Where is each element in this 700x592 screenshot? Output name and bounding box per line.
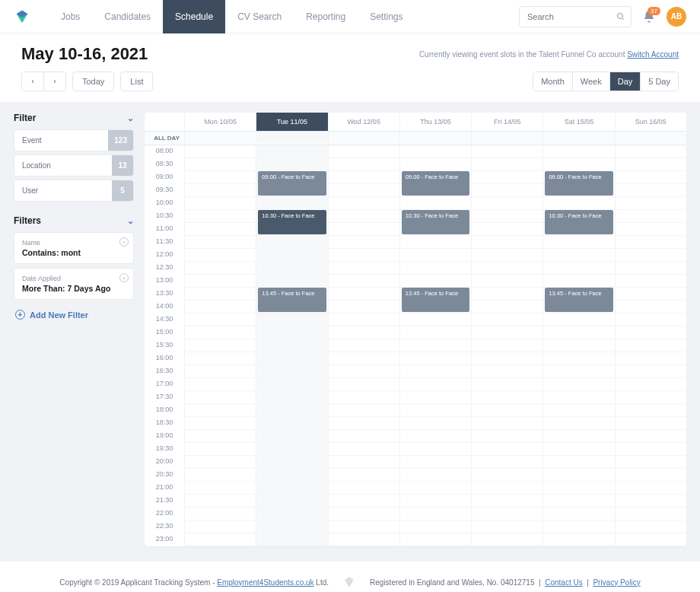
- calendar-cell[interactable]: [543, 249, 614, 262]
- calendar-cell[interactable]: [616, 352, 686, 365]
- calendar-cell[interactable]: [185, 236, 256, 249]
- calendar-cell[interactable]: [256, 339, 327, 352]
- calendar-cell[interactable]: [256, 378, 327, 391]
- close-icon[interactable]: ×: [119, 273, 129, 282]
- calendar-cell[interactable]: [256, 197, 327, 210]
- calendar-cell[interactable]: [329, 184, 399, 197]
- calendar-cell[interactable]: [400, 430, 471, 443]
- calendar-cell[interactable]: [472, 288, 542, 301]
- calendar-cell[interactable]: [185, 210, 256, 223]
- calendar-cell[interactable]: [472, 275, 542, 288]
- calendar-cell[interactable]: [400, 456, 471, 469]
- calendar-cell[interactable]: [185, 469, 256, 482]
- search-input[interactable]: [519, 6, 632, 27]
- calendar-cell[interactable]: [543, 520, 614, 533]
- calendar-cell[interactable]: [616, 249, 686, 262]
- calendar-cell[interactable]: [185, 249, 256, 262]
- calendar-cell[interactable]: [256, 430, 327, 443]
- privacy-link[interactable]: Privacy Policy: [593, 578, 640, 587]
- calendar-cell[interactable]: [472, 210, 542, 223]
- nav-settings[interactable]: Settings: [358, 0, 415, 33]
- calendar-cell[interactable]: [472, 533, 542, 546]
- calendar-day-header[interactable]: Sat 15/05: [542, 113, 614, 131]
- range-5-day[interactable]: 5 Day: [640, 72, 678, 91]
- range-day[interactable]: Day: [609, 72, 641, 91]
- calendar-cell[interactable]: [616, 262, 686, 275]
- calendar-cell[interactable]: [185, 288, 256, 301]
- calendar-day-header[interactable]: Sun 16/05: [615, 113, 686, 131]
- calendar-cell[interactable]: [400, 197, 471, 210]
- filter-item-location[interactable]: Location13: [14, 154, 134, 177]
- calendar-cell[interactable]: [543, 365, 614, 378]
- calendar-cell[interactable]: [185, 314, 256, 326]
- calendar-cell[interactable]: [256, 236, 327, 249]
- calendar-cell[interactable]: [472, 404, 542, 417]
- calendar-cell[interactable]: [329, 508, 399, 520]
- calendar-cell[interactable]: [472, 352, 542, 365]
- calendar-cell[interactable]: [616, 339, 686, 352]
- calendar-cell[interactable]: [329, 223, 399, 236]
- calendar-cell[interactable]: [616, 520, 686, 533]
- nav-jobs[interactable]: Jobs: [49, 0, 92, 33]
- calendar-cell[interactable]: [185, 391, 256, 404]
- calendar-cell[interactable]: [256, 533, 327, 546]
- calendar-event[interactable]: 10.30 - Face to Face: [545, 210, 612, 234]
- calendar-cell[interactable]: [543, 456, 614, 469]
- calendar-cell[interactable]: [400, 249, 471, 262]
- calendar-cell[interactable]: [616, 288, 686, 301]
- calendar-cell[interactable]: [400, 508, 471, 520]
- calendar-cell[interactable]: [543, 417, 614, 430]
- calendar-cell[interactable]: [256, 391, 327, 404]
- calendar-cell[interactable]: [185, 275, 256, 288]
- calendar-cell[interactable]: [185, 326, 256, 339]
- calendar-cell[interactable]: [400, 404, 471, 417]
- calendar-cell[interactable]: [329, 314, 399, 326]
- calendar-cell[interactable]: [185, 352, 256, 365]
- calendar-cell[interactable]: [400, 158, 471, 171]
- calendar-cell[interactable]: [472, 456, 542, 469]
- calendar-cell[interactable]: [543, 197, 614, 210]
- calendar-cell[interactable]: [472, 249, 542, 262]
- calendar-cell[interactable]: [185, 508, 256, 520]
- calendar-event[interactable]: 13.45 - Face to Face: [545, 288, 612, 312]
- calendar-cell[interactable]: [616, 391, 686, 404]
- calendar-cell[interactable]: [616, 365, 686, 378]
- calendar-event[interactable]: 09.00 - Face to Face: [402, 171, 469, 196]
- calendar-cell[interactable]: [616, 236, 686, 249]
- switch-account-link[interactable]: Switch Account: [627, 50, 679, 59]
- calendar-cell[interactable]: [185, 456, 256, 469]
- calendar-cell[interactable]: [185, 171, 256, 184]
- calendar-cell[interactable]: [472, 171, 542, 184]
- calendar-cell[interactable]: [185, 520, 256, 533]
- calendar-cell[interactable]: [185, 378, 256, 391]
- calendar-day-header[interactable]: Thu 13/05: [399, 113, 471, 131]
- calendar-event[interactable]: 13.45 - Face to Face: [258, 288, 326, 312]
- calendar-event[interactable]: 13.45 - Face to Face: [402, 288, 469, 312]
- calendar-cell[interactable]: [400, 469, 471, 482]
- calendar-cell[interactable]: [185, 158, 256, 171]
- calendar-cell[interactable]: [185, 145, 256, 158]
- calendar-cell[interactable]: [543, 495, 614, 508]
- calendar-cell[interactable]: [472, 391, 542, 404]
- calendar-cell[interactable]: [472, 378, 542, 391]
- calendar-cell[interactable]: [400, 482, 471, 495]
- calendar-cell[interactable]: [543, 533, 614, 546]
- calendar-cell[interactable]: [400, 326, 471, 339]
- calendar-cell[interactable]: [256, 314, 327, 326]
- e4s-link[interactable]: Employment4Students.co.uk: [217, 578, 313, 587]
- calendar-cell[interactable]: [329, 339, 399, 352]
- calendar-cell[interactable]: [472, 184, 542, 197]
- calendar-cell[interactable]: [329, 158, 399, 171]
- calendar-cell[interactable]: [616, 223, 686, 236]
- calendar-cell[interactable]: [472, 495, 542, 508]
- calendar-cell[interactable]: [329, 301, 399, 314]
- calendar-cell[interactable]: [185, 404, 256, 417]
- calendar-cell[interactable]: [400, 236, 471, 249]
- calendar-cell[interactable]: [185, 184, 256, 197]
- calendar-cell[interactable]: [400, 417, 471, 430]
- close-icon[interactable]: ×: [119, 237, 129, 247]
- calendar-cell[interactable]: [256, 495, 327, 508]
- calendar-cell[interactable]: [543, 430, 614, 443]
- calendar-cell[interactable]: [472, 314, 542, 326]
- filter-item-user[interactable]: User5: [14, 180, 134, 202]
